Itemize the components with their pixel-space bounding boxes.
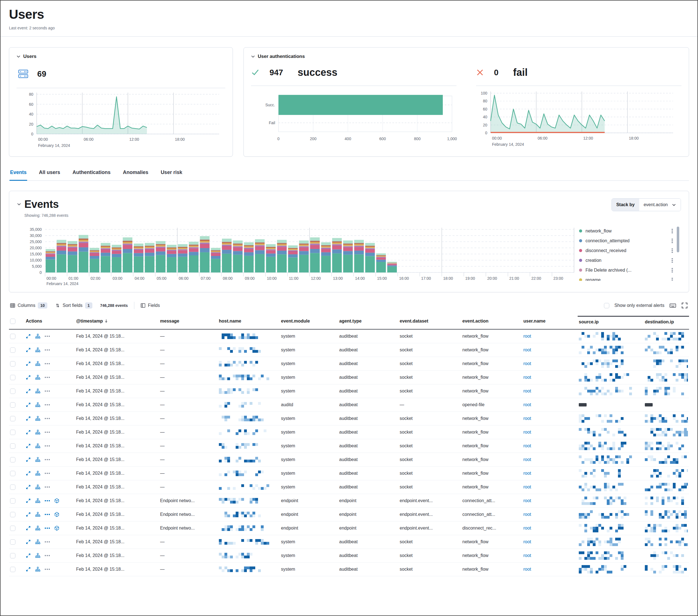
collapse-chevron-icon[interactable] (251, 55, 255, 58)
row-checkbox[interactable] (10, 553, 15, 558)
more-actions-icon[interactable] (45, 418, 50, 419)
column-header-actions[interactable]: Actions (25, 316, 75, 330)
analyze-event-icon[interactable] (35, 347, 40, 353)
more-actions-icon[interactable] (45, 363, 50, 364)
analyze-event-icon[interactable] (35, 471, 40, 476)
analyze-event-icon[interactable] (35, 361, 40, 366)
analyze-event-icon[interactable] (35, 389, 40, 393)
collapse-chevron-icon[interactable] (17, 202, 21, 206)
row-checkbox[interactable] (10, 485, 15, 490)
analyze-event-icon[interactable] (35, 416, 40, 421)
analyze-event-icon[interactable] (35, 498, 40, 503)
user-name-link[interactable]: root (524, 526, 531, 531)
row-checkbox[interactable] (10, 375, 15, 380)
more-actions-icon[interactable] (45, 459, 50, 460)
user-name-link[interactable]: root (524, 416, 531, 421)
endpoint-package-icon[interactable] (54, 526, 59, 531)
column-header--timestamp[interactable]: @timestamp (75, 316, 159, 330)
legend-item[interactable]: connection_attempted (579, 236, 681, 246)
analyze-event-icon[interactable] (35, 402, 40, 407)
tab-authentications[interactable]: Authentications (72, 170, 111, 181)
columns-button[interactable]: Columns 10 (10, 302, 47, 309)
expand-event-icon[interactable] (26, 334, 31, 339)
expand-event-icon[interactable] (26, 567, 31, 572)
row-checkbox[interactable] (10, 526, 15, 531)
column-header-source-ip[interactable]: source.ip (578, 316, 644, 330)
row-checkbox[interactable] (10, 498, 15, 503)
tab-user-risk[interactable]: User risk (160, 170, 183, 181)
row-checkbox[interactable] (10, 347, 15, 353)
user-name-link[interactable]: root (524, 539, 531, 544)
row-checkbox[interactable] (10, 334, 15, 339)
expand-event-icon[interactable] (26, 443, 31, 448)
analyze-event-icon[interactable] (35, 443, 40, 448)
user-name-link[interactable]: root (524, 553, 531, 558)
expand-event-icon[interactable] (26, 526, 31, 531)
more-actions-icon[interactable] (45, 445, 50, 446)
column-header-event-action[interactable]: event.action (461, 316, 522, 330)
user-name-link[interactable]: root (524, 567, 531, 572)
more-actions-icon[interactable] (45, 336, 50, 337)
endpoint-package-icon[interactable] (54, 512, 59, 517)
column-header-destination-ip[interactable]: destination.ip (644, 316, 689, 330)
user-name-link[interactable]: root (524, 512, 531, 517)
user-name-link[interactable]: root (524, 485, 531, 489)
expand-event-icon[interactable] (26, 402, 31, 407)
analyze-event-icon[interactable] (35, 553, 40, 558)
external-alerts-checkbox[interactable] (604, 303, 609, 308)
sort-fields-button[interactable]: Sort fields 1 (55, 302, 92, 309)
legend-item[interactable]: network_flow (579, 226, 681, 236)
row-checkbox[interactable] (10, 361, 15, 367)
legend-item[interactable]: File Delete archived (... (579, 265, 681, 275)
legend-more-icon[interactable] (671, 248, 674, 253)
column-header-user-name[interactable]: user.name (522, 316, 578, 330)
row-checkbox[interactable] (10, 402, 15, 407)
expand-event-icon[interactable] (26, 539, 31, 544)
collapse-chevron-icon[interactable] (16, 55, 20, 58)
expand-event-icon[interactable] (26, 471, 31, 476)
analyze-event-icon[interactable] (35, 334, 40, 339)
row-checkbox[interactable] (10, 430, 15, 435)
more-actions-icon[interactable] (45, 500, 50, 501)
column-header-agent-type[interactable]: agent.type (338, 316, 399, 330)
expand-event-icon[interactable] (26, 361, 31, 366)
analyze-event-icon[interactable] (35, 485, 40, 489)
column-header-host-name[interactable]: host.name (218, 316, 280, 330)
row-checkbox[interactable] (10, 512, 15, 517)
endpoint-package-icon[interactable] (54, 498, 59, 503)
row-checkbox[interactable] (10, 457, 15, 462)
more-actions-icon[interactable] (45, 349, 50, 350)
more-actions-icon[interactable] (45, 555, 50, 556)
analyze-event-icon[interactable] (35, 539, 40, 544)
fullscreen-icon[interactable] (681, 302, 688, 309)
user-name-link[interactable]: root (524, 389, 531, 393)
more-actions-icon[interactable] (45, 486, 50, 488)
user-name-link[interactable]: root (524, 430, 531, 435)
row-checkbox[interactable] (10, 443, 15, 449)
row-checkbox[interactable] (10, 416, 15, 421)
more-actions-icon[interactable] (45, 377, 50, 378)
legend-more-icon[interactable] (671, 229, 674, 233)
user-name-link[interactable]: root (524, 402, 531, 407)
more-actions-icon[interactable] (45, 404, 50, 405)
legend-more-icon[interactable] (671, 239, 674, 243)
keyboard-icon[interactable] (669, 302, 676, 309)
analyze-event-icon[interactable] (35, 512, 40, 517)
tab-events[interactable]: Events (10, 170, 27, 181)
tab-anomalies[interactable]: Anomalies (122, 170, 149, 181)
analyze-event-icon[interactable] (35, 526, 40, 531)
tab-all-users[interactable]: All users (38, 170, 61, 181)
more-actions-icon[interactable] (45, 432, 50, 433)
more-actions-icon[interactable] (45, 390, 50, 392)
legend-item[interactable]: creation (579, 255, 681, 265)
legend-more-icon[interactable] (671, 268, 674, 272)
more-actions-icon[interactable] (45, 473, 50, 474)
more-actions-icon[interactable] (45, 528, 50, 529)
expand-event-icon[interactable] (26, 512, 31, 517)
user-name-link[interactable]: root (524, 457, 531, 462)
column-header-message[interactable]: message (159, 316, 218, 330)
column-header-event-module[interactable]: event.module (280, 316, 338, 330)
expand-event-icon[interactable] (26, 553, 31, 558)
legend-item[interactable]: disconnect_received (579, 246, 681, 255)
user-name-link[interactable]: root (524, 347, 531, 353)
